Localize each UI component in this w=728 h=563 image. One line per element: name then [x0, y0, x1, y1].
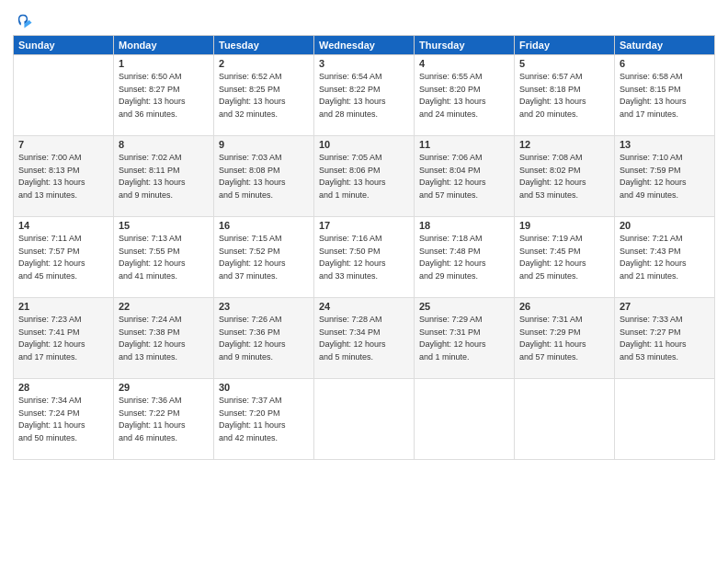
logo-icon — [13, 9, 33, 29]
day-number: 7 — [18, 139, 108, 150]
calendar-cell: 30Sunrise: 7:37 AMSunset: 7:20 PMDayligh… — [214, 379, 314, 460]
calendar-cell: 26Sunrise: 7:31 AMSunset: 7:29 PMDayligh… — [515, 298, 615, 379]
day-number: 4 — [419, 58, 509, 69]
calendar-table: SundayMondayTuesdayWednesdayThursdayFrid… — [13, 35, 715, 460]
day-number: 13 — [620, 139, 710, 150]
day-info: Sunrise: 6:57 AMSunset: 8:18 PMDaylight:… — [519, 71, 609, 121]
day-info: Sunrise: 7:05 AMSunset: 8:06 PMDaylight:… — [319, 152, 409, 201]
day-info: Sunrise: 7:23 AMSunset: 7:41 PMDaylight:… — [18, 314, 108, 363]
calendar-cell: 29Sunrise: 7:36 AMSunset: 7:22 PMDayligh… — [114, 379, 214, 460]
calendar-cell: 18Sunrise: 7:18 AMSunset: 7:48 PMDayligh… — [415, 217, 515, 298]
day-info: Sunrise: 7:33 AMSunset: 7:27 PMDaylight:… — [620, 314, 710, 363]
calendar-cell: 22Sunrise: 7:24 AMSunset: 7:38 PMDayligh… — [114, 298, 214, 379]
day-number: 23 — [219, 301, 309, 312]
calendar-cell — [314, 379, 415, 460]
day-info: Sunrise: 7:26 AMSunset: 7:36 PMDaylight:… — [219, 314, 309, 363]
day-info: Sunrise: 7:15 AMSunset: 7:52 PMDaylight:… — [219, 233, 309, 282]
day-info: Sunrise: 7:34 AMSunset: 7:24 PMDaylight:… — [18, 395, 108, 444]
calendar-cell: 7Sunrise: 7:00 AMSunset: 8:13 PMDaylight… — [14, 136, 114, 217]
day-number: 20 — [620, 220, 710, 231]
calendar-cell: 4Sunrise: 6:55 AMSunset: 8:20 PMDaylight… — [415, 55, 515, 136]
calendar-cell: 11Sunrise: 7:06 AMSunset: 8:04 PMDayligh… — [415, 136, 515, 217]
header-row: SundayMondayTuesdayWednesdayThursdayFrid… — [14, 36, 715, 55]
day-info: Sunrise: 7:21 AMSunset: 7:43 PMDaylight:… — [620, 233, 710, 282]
day-number: 14 — [18, 220, 108, 231]
day-number: 8 — [119, 139, 209, 150]
week-row-4: 28Sunrise: 7:34 AMSunset: 7:24 PMDayligh… — [14, 379, 715, 460]
calendar-cell — [415, 379, 515, 460]
day-number: 11 — [419, 139, 509, 150]
day-info: Sunrise: 7:31 AMSunset: 7:29 PMDaylight:… — [519, 314, 609, 363]
calendar-cell: 28Sunrise: 7:34 AMSunset: 7:24 PMDayligh… — [14, 379, 114, 460]
calendar-cell: 25Sunrise: 7:29 AMSunset: 7:31 PMDayligh… — [415, 298, 515, 379]
calendar-cell: 24Sunrise: 7:28 AMSunset: 7:34 PMDayligh… — [314, 298, 415, 379]
day-number: 28 — [18, 382, 108, 393]
header-thursday: Thursday — [415, 36, 515, 55]
day-info: Sunrise: 7:16 AMSunset: 7:50 PMDaylight:… — [319, 233, 409, 282]
day-number: 2 — [219, 58, 309, 69]
day-info: Sunrise: 7:37 AMSunset: 7:20 PMDaylight:… — [219, 395, 309, 444]
calendar-cell — [14, 55, 114, 136]
calendar-cell: 12Sunrise: 7:08 AMSunset: 8:02 PMDayligh… — [515, 136, 615, 217]
day-number: 17 — [319, 220, 409, 231]
calendar-cell: 21Sunrise: 7:23 AMSunset: 7:41 PMDayligh… — [14, 298, 114, 379]
calendar-cell: 19Sunrise: 7:19 AMSunset: 7:45 PMDayligh… — [515, 217, 615, 298]
day-info: Sunrise: 6:50 AMSunset: 8:27 PMDaylight:… — [119, 71, 209, 121]
day-number: 24 — [319, 301, 409, 312]
header-saturday: Saturday — [615, 36, 715, 55]
day-info: Sunrise: 6:54 AMSunset: 8:22 PMDaylight:… — [319, 71, 409, 121]
calendar-cell: 3Sunrise: 6:54 AMSunset: 8:22 PMDaylight… — [314, 55, 415, 136]
day-info: Sunrise: 7:24 AMSunset: 7:38 PMDaylight:… — [119, 314, 209, 363]
day-number: 19 — [519, 220, 609, 231]
calendar-cell: 13Sunrise: 7:10 AMSunset: 7:59 PMDayligh… — [615, 136, 715, 217]
day-info: Sunrise: 7:28 AMSunset: 7:34 PMDaylight:… — [319, 314, 409, 363]
day-number: 29 — [119, 382, 209, 393]
day-number: 30 — [219, 382, 309, 393]
calendar-cell: 17Sunrise: 7:16 AMSunset: 7:50 PMDayligh… — [314, 217, 415, 298]
calendar-cell: 5Sunrise: 6:57 AMSunset: 8:18 PMDaylight… — [515, 55, 615, 136]
day-info: Sunrise: 7:29 AMSunset: 7:31 PMDaylight:… — [419, 314, 509, 363]
day-number: 16 — [219, 220, 309, 231]
week-row-1: 7Sunrise: 7:00 AMSunset: 8:13 PMDaylight… — [14, 136, 715, 217]
day-number: 5 — [519, 58, 609, 69]
calendar-cell: 9Sunrise: 7:03 AMSunset: 8:08 PMDaylight… — [214, 136, 314, 217]
week-row-2: 14Sunrise: 7:11 AMSunset: 7:57 PMDayligh… — [14, 217, 715, 298]
day-info: Sunrise: 7:06 AMSunset: 8:04 PMDaylight:… — [419, 152, 509, 201]
calendar-cell: 16Sunrise: 7:15 AMSunset: 7:52 PMDayligh… — [214, 217, 314, 298]
calendar-cell: 1Sunrise: 6:50 AMSunset: 8:27 PMDaylight… — [114, 55, 214, 136]
day-info: Sunrise: 6:55 AMSunset: 8:20 PMDaylight:… — [419, 71, 509, 121]
day-number: 22 — [119, 301, 209, 312]
header-wednesday: Wednesday — [314, 36, 415, 55]
calendar-cell — [515, 379, 615, 460]
logo — [13, 9, 35, 29]
calendar-cell: 6Sunrise: 6:58 AMSunset: 8:15 PMDaylight… — [615, 55, 715, 136]
day-info: Sunrise: 7:19 AMSunset: 7:45 PMDaylight:… — [519, 233, 609, 282]
day-info: Sunrise: 7:13 AMSunset: 7:55 PMDaylight:… — [119, 233, 209, 282]
header-friday: Friday — [515, 36, 615, 55]
day-info: Sunrise: 7:03 AMSunset: 8:08 PMDaylight:… — [219, 152, 309, 201]
day-number: 26 — [519, 301, 609, 312]
calendar-cell: 15Sunrise: 7:13 AMSunset: 7:55 PMDayligh… — [114, 217, 214, 298]
week-row-3: 21Sunrise: 7:23 AMSunset: 7:41 PMDayligh… — [14, 298, 715, 379]
calendar-cell: 14Sunrise: 7:11 AMSunset: 7:57 PMDayligh… — [14, 217, 114, 298]
day-number: 3 — [319, 58, 409, 69]
week-row-0: 1Sunrise: 6:50 AMSunset: 8:27 PMDaylight… — [14, 55, 715, 136]
day-number: 18 — [419, 220, 509, 231]
header-tuesday: Tuesday — [214, 36, 314, 55]
day-info: Sunrise: 7:18 AMSunset: 7:48 PMDaylight:… — [419, 233, 509, 282]
day-number: 1 — [119, 58, 209, 69]
header-sunday: Sunday — [14, 36, 114, 55]
calendar-cell: 8Sunrise: 7:02 AMSunset: 8:11 PMDaylight… — [114, 136, 214, 217]
calendar-cell: 20Sunrise: 7:21 AMSunset: 7:43 PMDayligh… — [615, 217, 715, 298]
day-info: Sunrise: 7:36 AMSunset: 7:22 PMDaylight:… — [119, 395, 209, 444]
page-header — [13, 9, 715, 29]
day-info: Sunrise: 7:11 AMSunset: 7:57 PMDaylight:… — [18, 233, 108, 282]
day-info: Sunrise: 6:52 AMSunset: 8:25 PMDaylight:… — [219, 71, 309, 121]
header-monday: Monday — [114, 36, 214, 55]
day-number: 12 — [519, 139, 609, 150]
calendar-cell: 23Sunrise: 7:26 AMSunset: 7:36 PMDayligh… — [214, 298, 314, 379]
day-info: Sunrise: 7:08 AMSunset: 8:02 PMDaylight:… — [519, 152, 609, 201]
day-number: 15 — [119, 220, 209, 231]
day-info: Sunrise: 7:00 AMSunset: 8:13 PMDaylight:… — [18, 152, 108, 201]
calendar-cell — [615, 379, 715, 460]
